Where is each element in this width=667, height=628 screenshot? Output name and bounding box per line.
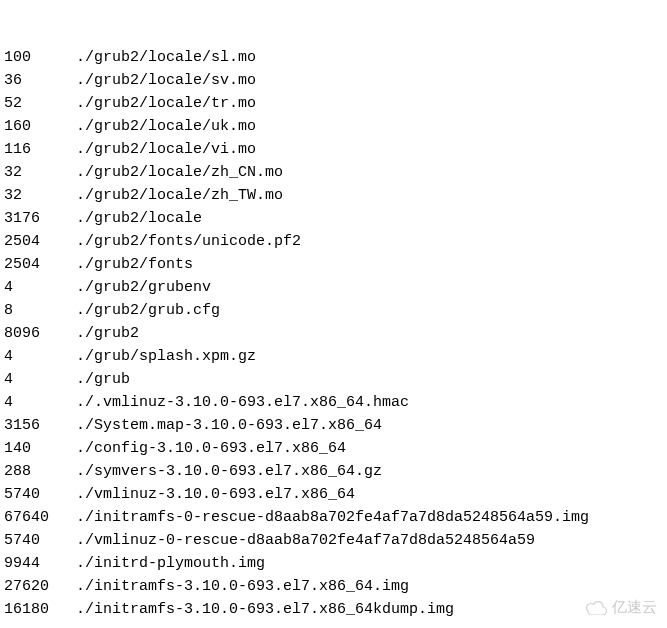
file-size: 36 <box>4 69 76 92</box>
file-path: ./grub2/locale/tr.mo <box>76 92 256 115</box>
file-path: ./grub2/grub.cfg <box>76 299 220 322</box>
list-item: 5740./vmlinuz-0-rescue-d8aab8a702fe4af7a… <box>4 529 663 552</box>
file-path: ./grub2/locale/sl.mo <box>76 46 256 69</box>
file-size: 100 <box>4 46 76 69</box>
file-path: ./vmlinuz-3.10.0-693.el7.x86_64 <box>76 483 355 506</box>
file-path: ./initrd-plymouth.img <box>76 552 265 575</box>
file-size: 67640 <box>4 506 76 529</box>
list-item: 2504./grub2/fonts/unicode.pf2 <box>4 230 663 253</box>
list-item: 140./config-3.10.0-693.el7.x86_64 <box>4 437 663 460</box>
terminal-output: 100./grub2/locale/sl.mo36./grub2/locale/… <box>0 0 667 628</box>
file-size: 4 <box>4 276 76 299</box>
file-size: 9944 <box>4 552 76 575</box>
file-path: ./grub/splash.xpm.gz <box>76 345 256 368</box>
file-path: ./grub2/locale/zh_CN.mo <box>76 161 283 184</box>
list-item: 5740./vmlinuz-3.10.0-693.el7.x86_64 <box>4 483 663 506</box>
file-path: ./System.map-3.10.0-693.el7.x86_64 <box>76 414 382 437</box>
file-size: 5740 <box>4 529 76 552</box>
file-size: 27620 <box>4 575 76 598</box>
file-path: ./grub2/locale/zh_TW.mo <box>76 184 283 207</box>
file-size: 5740 <box>4 483 76 506</box>
file-size: 4 <box>4 368 76 391</box>
file-size: 4 <box>4 345 76 368</box>
list-item: 36./grub2/locale/sv.mo <box>4 69 663 92</box>
file-path: ./vmlinuz-0-rescue-d8aab8a702fe4af7a7d8d… <box>76 529 535 552</box>
list-item: 52./grub2/locale/tr.mo <box>4 92 663 115</box>
list-item: 32./grub2/locale/zh_CN.mo <box>4 161 663 184</box>
list-item: 100./grub2/locale/sl.mo <box>4 46 663 69</box>
file-size: 116 <box>4 138 76 161</box>
list-item: 3156./System.map-3.10.0-693.el7.x86_64 <box>4 414 663 437</box>
file-size: 4 <box>4 391 76 414</box>
list-item: 288./symvers-3.10.0-693.el7.x86_64.gz <box>4 460 663 483</box>
list-item: 116./grub2/locale/vi.mo <box>4 138 663 161</box>
file-path: ./grub2/locale/sv.mo <box>76 69 256 92</box>
file-path: ./initramfs-3.10.0-693.el7.x86_64kdump.i… <box>76 598 454 621</box>
file-path: ./grub2/fonts/unicode.pf2 <box>76 230 301 253</box>
file-size: 160 <box>4 115 76 138</box>
list-item: 27620./initramfs-3.10.0-693.el7.x86_64.i… <box>4 575 663 598</box>
file-path: ./grub2 <box>76 322 139 345</box>
list-item: 67640./initramfs-0-rescue-d8aab8a702fe4a… <box>4 506 663 529</box>
list-item: 9944./initrd-plymouth.img <box>4 552 663 575</box>
file-size: 3176 <box>4 207 76 230</box>
file-path: ./symvers-3.10.0-693.el7.x86_64.gz <box>76 460 382 483</box>
file-path: ./grub <box>76 368 130 391</box>
file-size: 2504 <box>4 230 76 253</box>
file-size: 8 <box>4 299 76 322</box>
file-path: ./grub2/locale <box>76 207 202 230</box>
list-item: 16180./initramfs-3.10.0-693.el7.x86_64kd… <box>4 598 663 621</box>
file-size: 52 <box>4 92 76 115</box>
list-item: 4./grub2/grubenv <box>4 276 663 299</box>
list-item: 3176./grub2/locale <box>4 207 663 230</box>
file-path: ./grub2/locale/vi.mo <box>76 138 256 161</box>
list-item: 32./grub2/locale/zh_TW.mo <box>4 184 663 207</box>
list-item: 4./grub/splash.xpm.gz <box>4 345 663 368</box>
file-size: 2504 <box>4 253 76 276</box>
list-item: 4./grub <box>4 368 663 391</box>
file-path: ./initramfs-3.10.0-693.el7.x86_64.img <box>76 575 409 598</box>
file-size: 32 <box>4 161 76 184</box>
file-path: ./.vmlinuz-3.10.0-693.el7.x86_64.hmac <box>76 391 409 414</box>
file-path: ./grub2/locale/uk.mo <box>76 115 256 138</box>
file-path: ./grub2/grubenv <box>76 276 211 299</box>
file-size: 3156 <box>4 414 76 437</box>
file-size: 16180 <box>4 598 76 621</box>
file-size: 140 <box>4 437 76 460</box>
file-path: ./config-3.10.0-693.el7.x86_64 <box>76 437 346 460</box>
file-size: 32 <box>4 184 76 207</box>
file-path: ./initramfs-0-rescue-d8aab8a702fe4af7a7d… <box>76 506 589 529</box>
list-item: 8096./grub2 <box>4 322 663 345</box>
list-item: 2504./grub2/fonts <box>4 253 663 276</box>
file-size: 8096 <box>4 322 76 345</box>
list-item: 8./grub2/grub.cfg <box>4 299 663 322</box>
list-item: 160./grub2/locale/uk.mo <box>4 115 663 138</box>
list-item: 4./.vmlinuz-3.10.0-693.el7.x86_64.hmac <box>4 391 663 414</box>
file-path: ./grub2/fonts <box>76 253 193 276</box>
file-size: 288 <box>4 460 76 483</box>
